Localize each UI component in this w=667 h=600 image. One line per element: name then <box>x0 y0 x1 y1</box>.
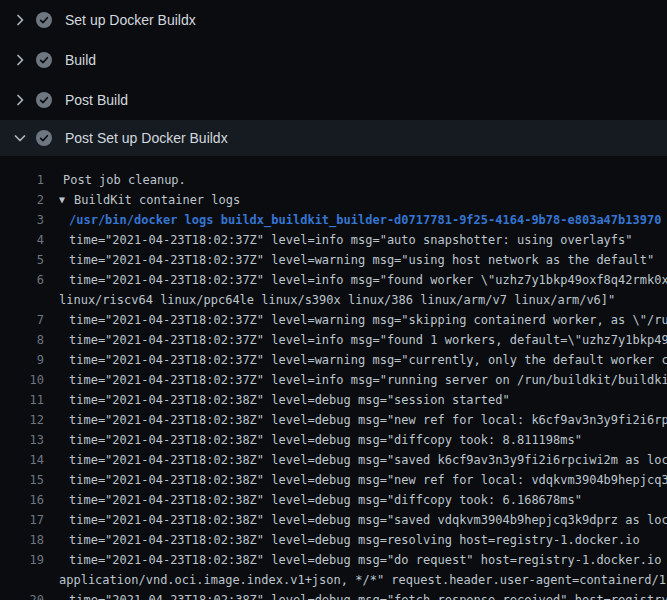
log-line: 17 time="2021-04-23T18:02:38Z" level=deb… <box>0 510 667 530</box>
step-row-post-build[interactable]: Post Build <box>0 80 667 120</box>
log-line-number[interactable]: 5 <box>0 250 44 270</box>
log-line-number[interactable]: 14 <box>0 450 44 470</box>
log-line-number[interactable]: 2 <box>0 190 44 210</box>
step-label: Build <box>65 52 96 68</box>
log-line: 3 /usr/bin/docker logs buildx_buildkit_b… <box>0 210 667 230</box>
log-line: 11 time="2021-04-23T18:02:38Z" level=deb… <box>0 390 667 410</box>
log-line-text: time="2021-04-23T18:02:37Z" level=warnin… <box>44 310 667 330</box>
log-line-text: time="2021-04-23T18:02:37Z" level=info m… <box>44 370 667 390</box>
log-line-number[interactable]: 13 <box>0 430 44 450</box>
step-row-setup-docker-buildx[interactable]: Set up Docker Buildx <box>0 0 667 40</box>
log-line: 19 time="2021-04-23T18:02:38Z" level=deb… <box>0 550 667 570</box>
chevron-right-icon <box>12 12 28 28</box>
log-line: 5 time="2021-04-23T18:02:37Z" level=warn… <box>0 250 667 270</box>
log-line-text: time="2021-04-23T18:02:38Z" level=debug … <box>44 550 667 570</box>
log-line-text: time="2021-04-23T18:02:37Z" level=warnin… <box>44 250 654 270</box>
log-output: 1 Post job cleanup. 2 ▼ BuildKit contain… <box>0 156 667 600</box>
step-list: Set up Docker Buildx Build Post Build Po… <box>0 0 667 156</box>
log-group-label[interactable]: BuildKit container logs <box>65 190 240 210</box>
log-line-number[interactable]: 15 <box>0 470 44 490</box>
log-line-text: Post job cleanup. <box>44 170 186 190</box>
log-line-text: time="2021-04-23T18:02:38Z" level=debug … <box>44 410 667 430</box>
log-line-text: time="2021-04-23T18:02:38Z" level=debug … <box>44 490 582 510</box>
log-line: 14 time="2021-04-23T18:02:38Z" level=deb… <box>0 450 667 470</box>
step-label: Post Build <box>65 92 128 108</box>
log-line-number[interactable]: 6 <box>0 270 44 290</box>
log-line-wrap: linux/riscv64 linux/ppc64le linux/s390x … <box>0 290 667 310</box>
log-line: 10 time="2021-04-23T18:02:37Z" level=inf… <box>0 370 667 390</box>
log-line: 1 Post job cleanup. <box>0 170 667 190</box>
log-line: 9 time="2021-04-23T18:02:37Z" level=warn… <box>0 350 667 370</box>
log-line-number[interactable]: 11 <box>0 390 44 410</box>
log-line: 15 time="2021-04-23T18:02:38Z" level=deb… <box>0 470 667 490</box>
log-line-text: time="2021-04-23T18:02:37Z" level=info m… <box>44 330 667 350</box>
log-line-wrap: application/vnd.oci.image.index.v1+json,… <box>0 570 667 590</box>
chevron-right-icon <box>12 92 28 108</box>
log-line: 7 time="2021-04-23T18:02:37Z" level=warn… <box>0 310 667 330</box>
log-line-number <box>0 570 44 590</box>
log-line-number[interactable]: 16 <box>0 490 44 510</box>
log-group-line: 2 ▼ BuildKit container logs <box>0 190 667 210</box>
log-line-number[interactable]: 8 <box>0 330 44 350</box>
log-line-text: time="2021-04-23T18:02:37Z" level=warnin… <box>44 350 667 370</box>
step-row-build[interactable]: Build <box>0 40 667 80</box>
log-line-number[interactable]: 20 <box>0 590 44 600</box>
log-line-text: time="2021-04-23T18:02:38Z" level=debug … <box>44 430 582 450</box>
log-line-text: time="2021-04-23T18:02:38Z" level=debug … <box>44 390 510 410</box>
chevron-down-icon <box>12 130 28 146</box>
log-line-number[interactable]: 17 <box>0 510 44 530</box>
log-line-number[interactable]: 3 <box>0 210 44 230</box>
log-command-text: /usr/bin/docker logs buildx_buildkit_bui… <box>44 210 661 230</box>
log-line: 20 time="2021-04-23T18:02:38Z" level=deb… <box>0 590 667 600</box>
step-label: Set up Docker Buildx <box>65 12 196 28</box>
log-line-number[interactable]: 18 <box>0 530 44 550</box>
log-line-number[interactable]: 10 <box>0 370 44 390</box>
log-line-text: application/vnd.oci.image.index.v1+json,… <box>44 570 667 590</box>
log-line-text: linux/riscv64 linux/ppc64le linux/s390x … <box>44 290 615 310</box>
check-circle-icon <box>36 92 52 108</box>
log-line-text: time="2021-04-23T18:02:37Z" level=info m… <box>44 230 633 250</box>
step-row-post-setup-docker-buildx[interactable]: Post Set up Docker Buildx <box>0 120 667 156</box>
chevron-right-icon <box>12 52 28 68</box>
log-line-number[interactable]: 4 <box>0 230 44 250</box>
log-line: 18 time="2021-04-23T18:02:38Z" level=deb… <box>0 530 667 550</box>
check-circle-icon <box>36 52 52 68</box>
group-caret-icon[interactable]: ▼ <box>44 190 65 210</box>
log-line-text: time="2021-04-23T18:02:38Z" level=debug … <box>44 470 667 490</box>
log-line-number[interactable]: 1 <box>0 170 44 190</box>
log-line-text: time="2021-04-23T18:02:38Z" level=debug … <box>44 450 667 470</box>
log-line-number[interactable]: 12 <box>0 410 44 430</box>
log-line-text: time="2021-04-23T18:02:38Z" level=debug … <box>44 530 640 550</box>
check-circle-icon <box>36 12 52 28</box>
log-line: 6 time="2021-04-23T18:02:37Z" level=info… <box>0 270 667 290</box>
log-line-number <box>0 290 44 310</box>
log-line: 16 time="2021-04-23T18:02:38Z" level=deb… <box>0 490 667 510</box>
log-line-number[interactable]: 7 <box>0 310 44 330</box>
log-line: 8 time="2021-04-23T18:02:37Z" level=info… <box>0 330 667 350</box>
log-line-number[interactable]: 9 <box>0 350 44 370</box>
log-line-text: time="2021-04-23T18:02:37Z" level=info m… <box>44 270 667 290</box>
step-label: Post Set up Docker Buildx <box>65 130 228 146</box>
log-line-number[interactable]: 19 <box>0 550 44 570</box>
log-line: 12 time="2021-04-23T18:02:38Z" level=deb… <box>0 410 667 430</box>
log-line: 4 time="2021-04-23T18:02:37Z" level=info… <box>0 230 667 250</box>
log-line-text: time="2021-04-23T18:02:38Z" level=debug … <box>44 510 667 530</box>
log-line: 13 time="2021-04-23T18:02:38Z" level=deb… <box>0 430 667 450</box>
check-circle-icon <box>36 130 52 146</box>
log-line-text: time="2021-04-23T18:02:38Z" level=debug … <box>44 590 667 600</box>
